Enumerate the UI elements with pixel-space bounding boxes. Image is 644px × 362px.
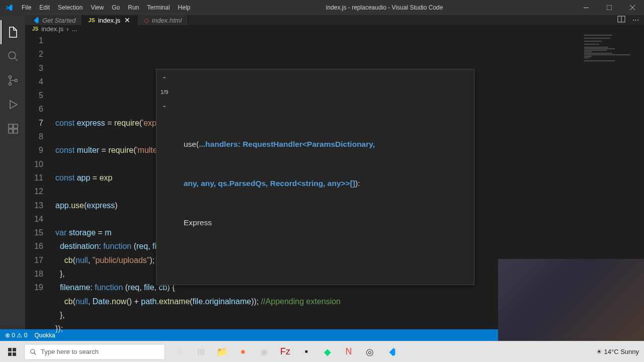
activity-bar [0,15,25,329]
split-editor-icon[interactable] [617,15,625,25]
menu-go[interactable]: Go [108,0,124,15]
obs-icon[interactable]: ◎ [359,341,380,363]
more-actions-icon[interactable]: ··· [632,16,639,25]
search-icon[interactable] [1,44,25,68]
tab-label: Get Started [42,17,75,24]
signature-counter: 1/9 [160,85,168,99]
svg-rect-16 [13,348,16,351]
status-problems[interactable]: ⊗ 0 ⚠ 0 [5,332,27,339]
menu-view[interactable]: View [87,0,108,15]
run-debug-icon[interactable] [1,93,25,117]
menu-edit[interactable]: Edit [35,0,54,15]
line-number-gutter: 12345678910111213141516171819 [25,33,55,362]
svg-point-19 [31,349,35,353]
search-icon [30,348,37,355]
webcam-overlay [498,259,644,341]
close-tab-icon[interactable]: ✕ [123,16,131,24]
sig-return-type: Express [184,216,470,229]
tab-label: index.html [152,17,182,24]
menu-help[interactable]: Help [174,0,195,15]
sig-text: use( [184,140,199,148]
menu-run[interactable]: Run [124,0,143,15]
tab-get-started[interactable]: Get Started [25,15,82,25]
vscode-icon [31,16,39,24]
windows-taskbar: Type here to search ○ ⊞ 📁 ● ◉ Fz ▪ ◆ N ◎… [0,341,644,362]
explorer-icon[interactable] [1,20,25,44]
chevron-down-icon[interactable]: ⌄ [162,99,167,112]
signature-help-popup: ⌃ 1/9 ⌄ use(...handlers: RequestHandler<… [156,69,474,285]
js-file-icon: JS [88,17,95,23]
app-icon-2[interactable]: N [338,341,359,363]
menu-file[interactable]: File [18,0,35,15]
svg-line-5 [15,58,18,61]
svg-point-6 [9,76,12,78]
vscode-taskbar-icon[interactable] [380,341,401,363]
chevron-up-icon[interactable]: ⌃ [162,72,167,85]
svg-rect-11 [9,129,13,133]
sig-active-param: ...handlers: RequestHandler<ParamsDictio… [199,140,375,148]
sig-active-param: any, [184,179,199,188]
firefox-icon[interactable]: ● [232,341,254,363]
search-placeholder: Type here to search [41,348,99,355]
tab-bar: Get Started JS index.js ✕ ◇ index.html ·… [25,15,644,25]
html-file-icon: ◇ [144,17,149,24]
svg-point-7 [9,83,12,85]
chevron-right-icon: › [66,25,68,33]
svg-rect-1 [607,5,612,10]
terminal-icon[interactable]: ▪ [296,341,317,363]
svg-rect-18 [13,352,16,356]
taskbar-search[interactable]: Type here to search [24,344,165,360]
maximize-button[interactable] [598,0,621,15]
system-tray[interactable]: ☀ 14°C Sunny [596,348,644,355]
source-control-icon[interactable] [1,68,25,93]
tab-label: index.js [98,17,120,24]
menu-terminal[interactable]: Terminal [143,0,174,15]
svg-rect-15 [8,348,12,351]
start-button[interactable] [0,341,24,363]
weather-widget[interactable]: ☀ 14°C Sunny [596,348,639,355]
window-controls [575,0,644,15]
file-explorer-icon[interactable]: 📁 [211,341,232,363]
sig-text: ): [355,179,360,188]
tab-index-js[interactable]: JS index.js ✕ [82,15,138,25]
svg-rect-12 [14,129,18,133]
sig-active-param: any, qs.ParsedQs, Record<string, any>>[] [199,179,355,188]
breadcrumb-symbol[interactable]: ... [72,25,77,33]
cortana-icon[interactable]: ○ [169,341,190,363]
minimize-button[interactable] [575,0,598,15]
svg-rect-0 [584,8,589,8]
task-view-icon[interactable]: ⊞ [190,341,211,363]
svg-point-8 [15,79,18,82]
svg-line-20 [34,352,36,354]
svg-point-4 [9,52,16,59]
svg-rect-17 [8,352,12,356]
tab-index-html[interactable]: ◇ index.html [138,15,188,25]
menu-selection[interactable]: Selection [54,0,87,15]
svg-rect-10 [14,124,18,128]
app-icon[interactable]: ◆ [317,341,338,363]
extensions-icon[interactable] [1,117,25,141]
title-bar: File Edit Selection View Go Run Terminal… [0,0,644,15]
menu-bar: File Edit Selection View Go Run Terminal… [18,0,194,15]
close-button[interactable] [621,0,644,15]
window-title: index.js - replaceaudio - Visual Studio … [194,4,575,11]
js-file-icon: JS [32,26,38,32]
svg-rect-9 [9,124,13,128]
breadcrumb-file[interactable]: index.js [41,25,63,33]
vscode-logo-icon [0,4,18,12]
filezilla-icon[interactable]: Fz [275,341,296,363]
chrome-icon[interactable]: ◉ [254,341,275,363]
breadcrumb[interactable]: JS index.js › ... [25,25,644,33]
